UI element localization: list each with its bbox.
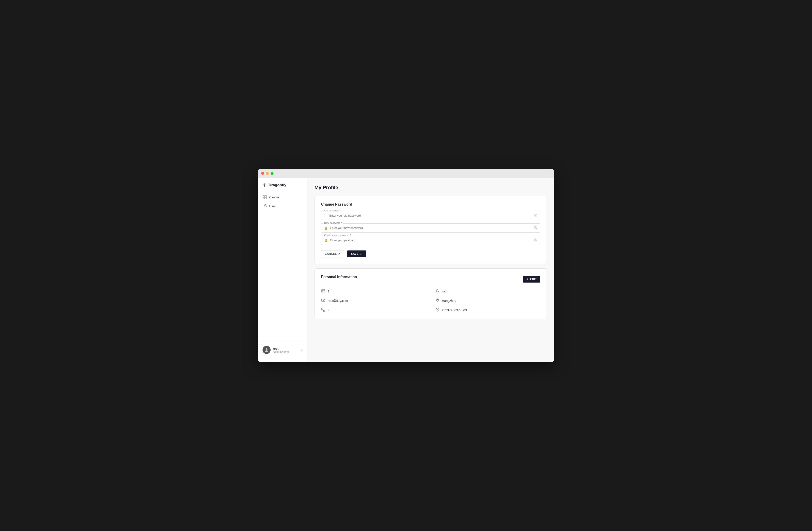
svg-rect-1 <box>266 195 267 196</box>
edit-button[interactable]: ✏ EDIT <box>523 276 540 282</box>
maximize-button[interactable] <box>271 172 274 175</box>
info-date-value: 2023-08-03-18:03 <box>442 308 467 312</box>
titlebar <box>258 169 554 178</box>
expand-icon: ⇅ <box>301 348 303 351</box>
svg-point-13 <box>322 290 323 291</box>
sidebar-logo[interactable]: ✳ Dragonfly <box>258 182 307 193</box>
confirm-password-input-row: 🔒 <box>321 236 540 245</box>
info-phone-value: - <box>328 308 329 312</box>
svg-point-16 <box>437 290 438 291</box>
info-email-value: root@d7y.com <box>328 299 348 303</box>
confirm-password-label: Confirm new password * <box>323 234 352 237</box>
person-icon <box>435 289 440 294</box>
old-password-field: Old password * 🗝 <box>321 211 540 220</box>
new-password-input[interactable] <box>330 226 534 229</box>
personal-info-header: Personal Information ✏ EDIT <box>321 275 540 283</box>
svg-point-18 <box>437 299 438 300</box>
svg-point-4 <box>264 205 266 206</box>
sidebar-item-user[interactable]: User <box>261 202 304 210</box>
info-phone: - <box>321 308 426 313</box>
sidebar-footer[interactable]: root root@d7y.com ⇅ <box>258 342 307 358</box>
location-icon <box>435 298 440 303</box>
svg-point-5 <box>266 348 267 350</box>
info-email: root@d7y.com <box>321 298 426 303</box>
confirm-password-field: Confirm new password * 🔒 <box>321 236 540 245</box>
page-title: My Profile <box>315 185 547 191</box>
lock-icon-new: 🔒 <box>324 226 328 230</box>
main-content: My Profile Change Password Old password … <box>307 178 554 362</box>
confirm-password-input[interactable] <box>330 239 534 242</box>
sidebar-nav: Cluster User <box>258 193 307 342</box>
personal-info-title: Personal Information <box>321 275 357 279</box>
new-password-field: New password * 🔒 <box>321 223 540 233</box>
app-body: ✳ Dragonfly Cluster <box>258 178 554 362</box>
save-icon: ✓ <box>360 252 362 255</box>
personal-info-card: Personal Information ✏ EDIT <box>315 268 547 319</box>
sidebar-item-label-user: User <box>269 205 276 208</box>
new-password-eye-icon[interactable] <box>534 226 537 230</box>
dragonfly-icon: ✳ <box>262 182 266 188</box>
cancel-label: CANCEL <box>325 252 337 255</box>
new-password-input-row: 🔒 <box>321 223 540 233</box>
info-id: 1 <box>321 289 426 294</box>
svg-rect-3 <box>266 197 267 198</box>
sidebar-user-email: root@d7y.com <box>273 350 298 353</box>
password-actions: CANCEL ✕ SAVE ✓ <box>321 250 540 257</box>
save-label: SAVE <box>351 252 359 255</box>
svg-rect-12 <box>321 290 325 292</box>
sidebar-user-info: root root@d7y.com <box>273 347 298 353</box>
edit-label: EDIT <box>530 278 537 281</box>
lock-icon-confirm: 🔒 <box>324 239 328 242</box>
sidebar-logo-text: Dragonfly <box>269 183 286 187</box>
save-button[interactable]: SAVE ✓ <box>347 250 366 257</box>
old-password-label: Old password * <box>323 209 342 212</box>
info-date: 2023-08-03-18:03 <box>435 308 540 313</box>
sidebar: ✳ Dragonfly Cluster <box>258 178 307 362</box>
avatar <box>262 346 271 354</box>
svg-rect-2 <box>264 197 265 198</box>
key-icon: 🗝 <box>324 214 327 218</box>
svg-rect-0 <box>264 195 265 196</box>
change-password-title: Change Password <box>321 202 540 207</box>
cancel-icon: ✕ <box>338 252 340 255</box>
info-username: root <box>435 289 540 294</box>
old-password-eye-icon[interactable] <box>534 213 537 218</box>
change-password-card: Change Password Old password * 🗝 <box>315 196 547 264</box>
info-location-value: Hangzhou <box>442 299 456 303</box>
sidebar-item-label-cluster: Cluster <box>269 195 279 199</box>
old-password-input[interactable] <box>329 214 534 217</box>
phone-icon <box>321 308 325 313</box>
info-username-value: root <box>442 290 447 293</box>
close-button[interactable] <box>261 172 264 175</box>
user-icon <box>263 204 267 209</box>
id-icon <box>321 289 325 294</box>
password-fields: Old password * 🗝 <box>321 211 540 245</box>
email-icon <box>321 298 325 303</box>
info-location: Hangzhou <box>435 298 540 303</box>
sidebar-item-cluster[interactable]: Cluster <box>261 193 304 201</box>
edit-pencil-icon: ✏ <box>526 278 529 281</box>
confirm-password-eye-icon[interactable] <box>534 238 537 242</box>
new-password-label: New password * <box>323 222 343 224</box>
clock-icon <box>435 308 440 313</box>
old-password-input-row: 🗝 <box>321 211 540 220</box>
sidebar-username: root <box>273 347 298 350</box>
cancel-button[interactable]: CANCEL ✕ <box>321 250 344 257</box>
minimize-button[interactable] <box>266 172 269 175</box>
app-window: ✳ Dragonfly Cluster <box>258 169 554 362</box>
personal-info-grid: 1 root <box>321 289 540 313</box>
cluster-icon <box>263 195 267 199</box>
info-id-value: 1 <box>328 290 330 293</box>
